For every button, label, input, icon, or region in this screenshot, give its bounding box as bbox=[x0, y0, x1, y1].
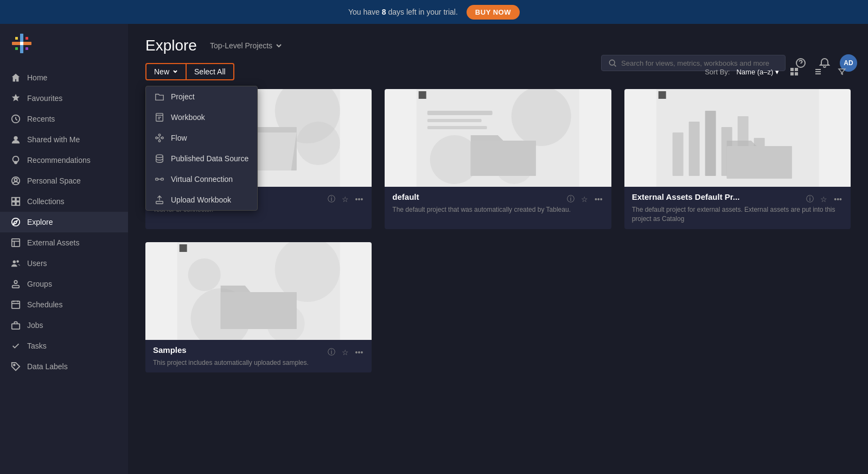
svg-rect-61 bbox=[705, 111, 716, 176]
sidebar-item-label: Shared with Me bbox=[27, 135, 80, 144]
dropdown-item-label: Virtual Connection bbox=[171, 175, 233, 184]
project-card-samples[interactable]: Samples ⓘ ☆ ••• This project includes au… bbox=[145, 242, 372, 373]
sidebar-item-jobs[interactable]: Jobs bbox=[0, 315, 128, 336]
user-icon bbox=[11, 135, 21, 144]
svg-rect-19 bbox=[12, 239, 20, 247]
svg-rect-3 bbox=[15, 37, 18, 40]
card-actions: ⓘ ☆ ••• bbox=[566, 193, 604, 205]
sidebar-navigation: Home Favourites Recents Shared with Me R… bbox=[0, 63, 128, 474]
folder-icon bbox=[155, 92, 164, 102]
sidebar-item-label: Jobs bbox=[27, 321, 43, 330]
sidebar-item-collections[interactable]: Collections bbox=[0, 191, 128, 212]
svg-rect-36 bbox=[161, 178, 164, 180]
project-selector-button[interactable]: Top-Level Projects bbox=[206, 39, 286, 52]
dropdown-item-label: Project bbox=[171, 92, 195, 101]
card-more-button[interactable]: ••• bbox=[593, 194, 604, 205]
filter-button[interactable] bbox=[833, 63, 851, 80]
project-card-external-assets[interactable]: External Assets Default Pr... ⓘ ☆ ••• Th… bbox=[624, 89, 851, 229]
sidebar-item-label: Schedules bbox=[27, 300, 62, 309]
new-dropdown-menu: Project Workbook Flow Publ bbox=[145, 86, 258, 211]
dropdown-item-label: Workbook bbox=[171, 113, 205, 122]
card-info: Samples ⓘ ☆ ••• This project includes au… bbox=[145, 340, 372, 373]
card-actions: ⓘ ☆ ••• bbox=[327, 193, 365, 205]
sidebar-item-shared-with-me[interactable]: Shared with Me bbox=[0, 129, 128, 150]
svg-rect-6 bbox=[25, 47, 28, 50]
card-favourite-button[interactable]: ☆ bbox=[341, 194, 350, 205]
svg-rect-5 bbox=[15, 47, 18, 50]
grid-icon bbox=[11, 197, 21, 206]
grid-view-button[interactable] bbox=[786, 63, 803, 80]
sidebar-item-tasks[interactable]: Tasks bbox=[0, 336, 128, 356]
group-icon bbox=[11, 279, 21, 289]
card-info-button[interactable]: ⓘ bbox=[327, 346, 336, 358]
sidebar-item-label: External Assets bbox=[27, 238, 80, 247]
briefcase-icon bbox=[11, 320, 21, 330]
sidebar-item-recents[interactable]: Recents bbox=[0, 109, 128, 129]
card-favourite-button[interactable]: ☆ bbox=[341, 347, 350, 358]
sidebar-item-personal-space[interactable]: Personal Space bbox=[0, 170, 128, 191]
card-favourite-button[interactable]: ☆ bbox=[819, 194, 828, 205]
dropdown-item-virtual-connection[interactable]: Virtual Connection bbox=[146, 169, 257, 189]
card-info-button[interactable]: ⓘ bbox=[566, 193, 576, 205]
svg-rect-39 bbox=[795, 68, 798, 71]
page-title: Explore bbox=[145, 37, 197, 54]
project-card-default[interactable]: default ⓘ ☆ ••• The default project that… bbox=[385, 89, 611, 229]
sidebar-item-external-assets[interactable]: External Assets bbox=[0, 232, 128, 253]
card-info-button[interactable]: ⓘ bbox=[327, 193, 336, 205]
svg-rect-73 bbox=[221, 292, 297, 329]
svg-rect-7 bbox=[20, 42, 23, 45]
upload-icon bbox=[155, 195, 164, 205]
sidebar-item-explore[interactable]: Explore bbox=[0, 212, 128, 232]
clock-icon bbox=[11, 114, 21, 124]
card-more-button[interactable]: ••• bbox=[354, 194, 365, 205]
dropdown-item-workbook[interactable]: Workbook bbox=[146, 107, 257, 128]
card-header-row: default ⓘ ☆ ••• bbox=[392, 192, 603, 205]
svg-rect-16 bbox=[12, 202, 15, 205]
svg-rect-57 bbox=[471, 141, 536, 176]
sidebar-item-favourites[interactable]: Favourites bbox=[0, 88, 128, 109]
svg-point-50 bbox=[512, 89, 571, 146]
card-more-button[interactable]: ••• bbox=[354, 347, 365, 358]
dropdown-item-label: Upload Workbook bbox=[171, 195, 231, 204]
sidebar-item-home[interactable]: Home bbox=[0, 67, 128, 88]
card-title: External Assets Default Pr... bbox=[632, 192, 740, 201]
svg-rect-14 bbox=[12, 198, 15, 201]
buy-now-button[interactable]: BUY NOW bbox=[467, 5, 520, 20]
sidebar: Home Favourites Recents Shared with Me R… bbox=[0, 24, 128, 474]
card-info-button[interactable]: ⓘ bbox=[805, 193, 815, 205]
svg-point-9 bbox=[14, 136, 17, 140]
svg-rect-59 bbox=[672, 132, 683, 176]
card-more-button[interactable]: ••• bbox=[833, 194, 843, 205]
select-all-button[interactable]: Select All bbox=[187, 63, 234, 80]
svg-rect-38 bbox=[790, 68, 794, 71]
sidebar-item-label: Explore bbox=[27, 218, 53, 226]
sidebar-item-data-labels[interactable]: Data Labels bbox=[0, 356, 128, 377]
card-favourite-button[interactable]: ☆ bbox=[580, 194, 589, 205]
sort-selector[interactable]: Name (a–z) ▾ bbox=[736, 68, 779, 76]
card-thumbnail bbox=[385, 89, 611, 187]
dropdown-item-flow[interactable]: Flow bbox=[146, 128, 257, 148]
card-info: External Assets Default Pr... ⓘ ☆ ••• Th… bbox=[624, 187, 851, 229]
folder-thumbnail-svg bbox=[385, 89, 611, 187]
card-actions: ⓘ ☆ ••• bbox=[805, 193, 843, 205]
svg-point-26 bbox=[14, 364, 15, 366]
sidebar-item-label: Data Labels bbox=[27, 362, 68, 371]
card-title: default bbox=[392, 192, 419, 201]
list-view-button[interactable] bbox=[809, 63, 827, 80]
dropdown-item-project[interactable]: Project bbox=[146, 86, 257, 107]
card-header-row: Samples ⓘ ☆ ••• bbox=[153, 345, 364, 358]
dropdown-item-upload-workbook[interactable]: Upload Workbook bbox=[146, 189, 257, 210]
trial-banner: You have 8 days left in your trial. BUY … bbox=[0, 0, 868, 24]
sidebar-item-schedules[interactable]: Schedules bbox=[0, 294, 128, 315]
new-button[interactable]: New bbox=[145, 63, 187, 80]
svg-rect-72 bbox=[180, 244, 187, 252]
compass-icon bbox=[11, 217, 21, 227]
sidebar-item-users[interactable]: Users bbox=[0, 253, 128, 274]
chevron-down-small-icon bbox=[173, 69, 178, 74]
sidebar-item-recommendations[interactable]: Recommendations bbox=[0, 150, 128, 170]
sidebar-item-label: Collections bbox=[27, 197, 64, 206]
dropdown-item-published-data-source[interactable]: Published Data Source bbox=[146, 148, 257, 169]
svg-rect-37 bbox=[156, 201, 163, 204]
project-selector-label: Top-Level Projects bbox=[210, 41, 272, 50]
sidebar-item-groups[interactable]: Groups bbox=[0, 274, 128, 294]
